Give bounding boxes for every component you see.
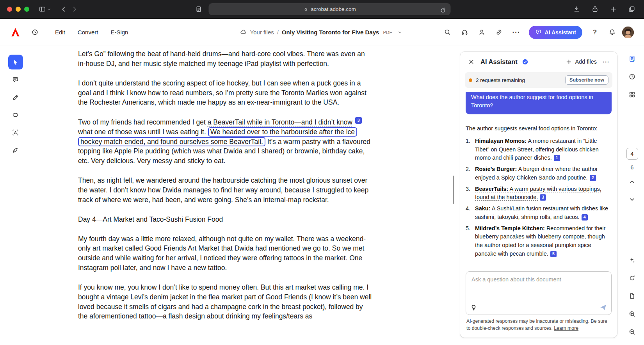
ai-tools-button[interactable]: [625, 253, 639, 267]
text-select-tool-button[interactable]: [8, 125, 23, 140]
chat-scroll-area[interactable]: What does the author suggest for food op…: [460, 92, 617, 267]
forward-button[interactable]: [69, 4, 80, 14]
citation-badge[interactable]: 3: [540, 194, 546, 201]
suggestions-button[interactable]: [470, 304, 477, 311]
reader-icon: [195, 5, 203, 13]
list-item: 2. Rosie’s Burger: A burger diner where …: [466, 165, 612, 182]
format-badge: PDF: [383, 30, 392, 35]
ai-assistant-panel: AI Assistant Add files ··· 2 requests re…: [460, 52, 617, 338]
ai-overview-button[interactable]: [625, 52, 639, 66]
citation-badge[interactable]: 1: [554, 155, 560, 161]
fit-page-button[interactable]: [625, 289, 639, 303]
downloads-button[interactable]: [571, 4, 582, 14]
learn-more-link[interactable]: Learn more: [554, 325, 578, 331]
document-menu-button[interactable]: [395, 28, 404, 37]
requests-remaining-text: 2 requests remaining: [476, 77, 525, 83]
window-zoom-button[interactable]: [24, 7, 29, 12]
avatar-image: [622, 27, 634, 38]
window-minimize-button[interactable]: [16, 7, 21, 12]
copy-link-button[interactable]: [492, 25, 506, 39]
back-button[interactable]: [59, 4, 69, 14]
share-icon: [591, 5, 599, 13]
page-settings-button[interactable]: [194, 4, 204, 14]
tab-overview-button[interactable]: [626, 4, 637, 14]
share-button[interactable]: [590, 4, 600, 14]
sidebar-toggle-button[interactable]: [37, 4, 53, 14]
paragraph-text: Two of my friends had recommended I get: [78, 118, 208, 126]
menu-convert[interactable]: Convert: [73, 26, 103, 39]
verified-badge-icon: [521, 58, 529, 66]
ai-assistant-icon: [535, 29, 542, 36]
previous-page-button[interactable]: [625, 174, 639, 189]
requests-dot-icon: [469, 78, 472, 82]
document-title[interactable]: Only Visiting Toronto for Five Days: [282, 29, 379, 36]
next-page-button[interactable]: [625, 192, 639, 206]
recent-files-button[interactable]: [28, 25, 42, 39]
menu-edit[interactable]: Edit: [50, 26, 70, 39]
citation-badge[interactable]: 3: [355, 117, 362, 124]
menu-esign[interactable]: E-Sign: [106, 26, 133, 39]
current-page-input[interactable]: 4: [626, 148, 638, 160]
page-thumbnails-button[interactable]: [625, 87, 639, 101]
zoom-in-button[interactable]: [625, 307, 639, 321]
ai-disclaimer: AI-generated responses may be inaccurate…: [466, 318, 611, 332]
paragraph-with-citation: Two of my friends had recommended I get …: [78, 117, 373, 166]
paragraph: Let’s Go” following the beat of hand-hel…: [78, 49, 373, 69]
fill-sign-tool-button[interactable]: [8, 142, 23, 157]
url-text: acrobat.adobe.com: [311, 6, 356, 12]
document-page: Let’s Go” following the beat of hand-hel…: [78, 46, 373, 321]
read-aloud-button[interactable]: [458, 25, 472, 39]
breadcrumb-your-files[interactable]: Your files: [250, 29, 274, 36]
comment-tool-button[interactable]: [8, 72, 23, 87]
subscribe-now-button[interactable]: Subscribe now: [565, 75, 608, 85]
paragraph: My fourth day was a little more relaxed,…: [78, 234, 373, 273]
ellipsis-icon: ···: [603, 59, 610, 65]
notifications-button[interactable]: [605, 25, 619, 39]
add-files-button[interactable]: Add files: [565, 58, 597, 66]
list-number: 4.: [466, 205, 475, 222]
search-icon: [444, 28, 451, 36]
search-button[interactable]: [441, 25, 455, 39]
citation-badge[interactable]: 5: [550, 251, 557, 257]
help-icon: ?: [593, 28, 597, 36]
acrobat-toolbar: Edit Convert E-Sign Your files / Only Vi…: [0, 19, 644, 46]
requests-banner: 2 requests remaining Subscribe now: [465, 72, 612, 88]
reload-icon: [439, 7, 447, 14]
new-tab-button[interactable]: [608, 4, 619, 14]
citation-badge[interactable]: 4: [582, 214, 588, 221]
close-panel-button[interactable]: [466, 56, 477, 67]
address-bar[interactable]: acrobat.adobe.com: [209, 3, 451, 15]
highlight-tool-button[interactable]: [8, 90, 23, 105]
help-button[interactable]: ?: [588, 25, 602, 39]
zoom-out-icon: [628, 328, 636, 336]
refresh-button[interactable]: [625, 271, 639, 285]
chevron-down-icon: [628, 196, 636, 203]
chevron-down-icon: [47, 7, 52, 12]
share-people-button[interactable]: [475, 25, 489, 39]
document-viewport[interactable]: Let’s Go” following the beat of hand-hel…: [31, 46, 459, 345]
draw-oval-tool-button[interactable]: [8, 107, 23, 122]
option-name[interactable]: BeaverTails:: [475, 186, 508, 192]
panel-more-button[interactable]: ···: [601, 56, 612, 67]
paragraph: If you know me, you know I don’t like to…: [78, 283, 373, 321]
oval-icon: [12, 111, 19, 119]
zoom-out-button[interactable]: [625, 325, 639, 339]
ai-assistant-button[interactable]: AI Assistant: [529, 26, 582, 39]
list-text: BeaverTails: A warm pastry with various …: [475, 185, 612, 202]
send-button[interactable]: [599, 303, 607, 311]
select-tool-button[interactable]: [8, 55, 23, 69]
more-options-button[interactable]: ···: [509, 25, 523, 39]
window-close-button[interactable]: [7, 7, 12, 12]
list-text: Mildred’s Temple Kitchen: Recommended fo…: [475, 224, 612, 258]
citation-badge[interactable]: 2: [590, 175, 596, 181]
paragraph: Then, as night fell, we wandered around …: [78, 176, 373, 205]
list-text: Rosie’s Burger: A burger diner where the…: [475, 165, 612, 182]
link-icon: [495, 28, 503, 36]
reload-button[interactable]: [438, 5, 448, 16]
document-scrollbar[interactable]: [453, 176, 454, 204]
account-avatar[interactable]: [622, 27, 634, 38]
ai-assistant-button-label: AI Assistant: [545, 29, 576, 36]
close-icon: [468, 58, 475, 66]
activity-history-button[interactable]: [625, 69, 639, 84]
question-input[interactable]: [466, 272, 611, 299]
